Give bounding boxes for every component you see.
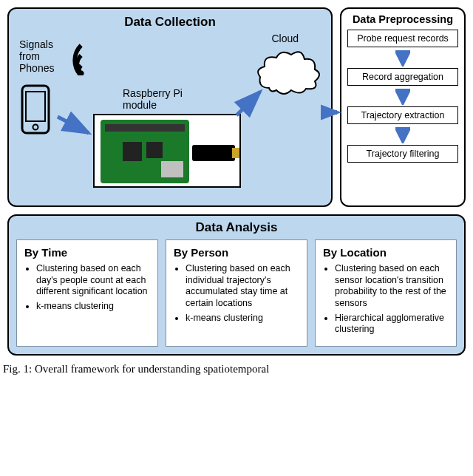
preproc-step-3: Trajectory filtering [347, 145, 458, 163]
data-preprocessing-panel: Data Preprocessing Probe request records… [340, 7, 466, 207]
figure-caption: Fig. 1: Overall framework for understand… [0, 356, 473, 375]
arrow-phone-to-pi [55, 114, 99, 143]
down-arrow-icon [347, 50, 458, 67]
data-preprocessing-title: Data Preprocessing [347, 13, 458, 25]
card-heading: By Person [174, 246, 299, 259]
raspberry-pi-module [93, 114, 241, 188]
arrow-collection-to-preproc [321, 103, 343, 121]
preproc-step-1: Record aggregation [347, 68, 458, 86]
card-bullet: Hierarchical agglomerative clustering [335, 313, 449, 336]
usb-dongle-icon [192, 145, 235, 161]
raspberry-pi-label: Raspberry Pi module [123, 87, 204, 111]
data-analysis-panel: Data Analysis By Time Clustering based o… [7, 214, 466, 356]
card-heading: By Time [24, 246, 150, 259]
card-bullet: Clustering based on each individual traj… [186, 263, 299, 310]
card-bullet: k-means clustering [36, 301, 150, 313]
phone-icon [19, 84, 52, 135]
data-collection-title: Data Collection [19, 15, 321, 30]
card-bullet: k-means clustering [186, 313, 299, 324]
cloud-icon [254, 47, 321, 99]
down-arrow-icon [347, 127, 458, 143]
analysis-card-by-location: By Location Clustering based on each sen… [315, 239, 457, 347]
svg-line-4 [58, 117, 89, 133]
svg-rect-2 [26, 92, 45, 121]
preproc-step-0: Probe request records [347, 30, 458, 47]
card-bullet: Clustering based on each day's people co… [36, 263, 150, 298]
data-collection-body: Signals from Phones [19, 33, 321, 195]
analysis-card-by-time: By Time Clustering based on each day's p… [16, 239, 158, 347]
analysis-card-by-person: By Person Clustering based on each indiv… [166, 239, 307, 347]
pi-board-icon [101, 120, 189, 183]
data-collection-panel: Data Collection Signals from Phones [7, 7, 333, 207]
card-heading: By Location [323, 246, 449, 259]
signals-from-phones-label: Signals from Phones [19, 38, 71, 74]
wifi-icon [65, 41, 99, 75]
data-analysis-title: Data Analysis [16, 220, 457, 235]
svg-point-3 [33, 125, 38, 130]
cloud-label: Cloud [271, 33, 299, 44]
down-arrow-icon [347, 89, 458, 105]
preproc-step-2: Trajectory extraction [347, 106, 458, 124]
card-bullet: Clustering based on each sensor location… [335, 263, 449, 310]
